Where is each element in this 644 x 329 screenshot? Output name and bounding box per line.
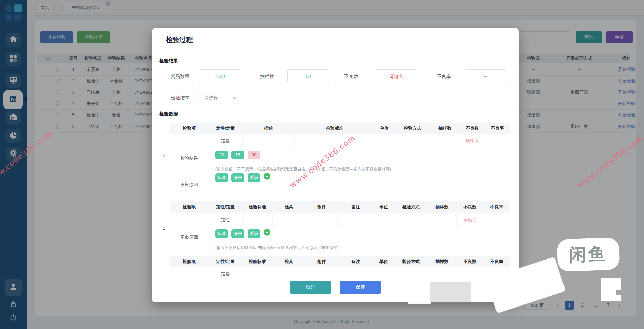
modal-column-header: 描述 xyxy=(242,125,294,131)
modal-column-header: 抽样数 xyxy=(428,204,456,210)
cell-divider xyxy=(485,134,485,148)
cancel-button[interactable]: 取消 xyxy=(290,281,331,294)
cell-divider xyxy=(460,134,460,148)
cell-divider xyxy=(456,213,457,227)
cell-divider xyxy=(242,213,243,227)
reason-chip[interactable]: 断裂 xyxy=(248,229,260,238)
modal-column-header: 不良率 xyxy=(484,258,510,265)
cell-divider xyxy=(394,134,394,148)
cell-divider xyxy=(394,213,394,227)
modal-column-header: 检验方式 xyxy=(394,204,428,210)
modal-column-header: 检具 xyxy=(272,258,306,265)
sample-label: 抽样数 xyxy=(252,69,274,83)
cell-divider xyxy=(272,213,273,227)
cell-divider xyxy=(428,213,428,227)
modal-column-header: 检验项 xyxy=(170,125,209,131)
table2-header-row: 检验项定性/定量检验标准检具附件备注单位检验方式抽样数不良数不良率 xyxy=(170,201,510,213)
modal-column-header: 抽样数 xyxy=(431,125,460,131)
defect-count-placeholder[interactable]: 请输入 xyxy=(460,134,485,148)
cell-divider xyxy=(337,213,338,227)
modal-column-header: 附件 xyxy=(306,258,337,265)
modal-column-header: 检验标准 xyxy=(294,125,375,131)
modal-column-header: 单位 xyxy=(374,258,394,265)
row-number: 1 xyxy=(160,154,168,159)
modal-column-header: 附件 xyxy=(306,204,337,210)
cell-divider xyxy=(431,134,431,148)
reason-chips: 掉漆漏光断裂+ xyxy=(215,173,270,182)
inspection-item-table-3: 检验项定性/定量检验标准检具附件备注单位检验方式抽样数不良数不良率 定量 xyxy=(170,256,510,276)
result-select-label: 检验结果 xyxy=(159,91,190,104)
rate-input[interactable] xyxy=(465,69,506,83)
modal-column-header: 单位 xyxy=(374,204,394,210)
modal-column-header: 不良率 xyxy=(484,204,510,210)
value-chip[interactable]: 30 xyxy=(248,151,260,159)
modal-column-header: 检验标准 xyxy=(242,258,272,265)
cell-divider xyxy=(484,213,484,227)
section-inspection-result: 检验结果 xyxy=(159,58,178,64)
cell-divider xyxy=(306,213,306,227)
add-reason-button[interactable]: + xyxy=(264,229,270,236)
reason-chips: 掉漆漏光断裂+ xyxy=(215,229,270,238)
inspection-process-modal: 检验过程 检验结果 货品数量 抽样数 不良数 不良率 检验结果 请选择 检验数据… xyxy=(152,28,519,302)
cell-divider xyxy=(209,213,209,227)
inspection-item-table-1: 检验项定性/定量描述检验标准单位检验方式抽样数不良数不良率 定量 请输入 1 检… xyxy=(170,123,510,198)
value-chips: 201530 xyxy=(215,151,264,159)
type-cell: 定量 xyxy=(209,134,242,148)
add-reason-button[interactable]: + xyxy=(264,173,270,180)
type-cell-partial: 定量 xyxy=(209,271,242,276)
inspection-item-table-2: 检验项定性/定量检验标准检具附件备注单位检验方式抽样数不良数不良率 定性 请输入… xyxy=(170,201,510,256)
modal-column-header: 检验方式 xyxy=(394,125,431,131)
gray-box-artifact xyxy=(430,282,471,302)
modal-column-header: 单位 xyxy=(375,125,394,131)
white-glyph-artifact xyxy=(601,278,621,301)
value-chip[interactable]: 20 xyxy=(215,151,228,159)
defect-count-placeholder[interactable]: 请输入 xyxy=(456,213,484,227)
modal-column-header: 定性/定量 xyxy=(209,125,242,131)
xianyu-logo-badge: 闲鱼 xyxy=(557,237,620,272)
modal-column-header: 抽样数 xyxy=(428,258,456,265)
modal-title: 检验过程 xyxy=(166,35,193,44)
defect-reason-label: 不良原因 xyxy=(170,182,209,188)
modal-column-header: 检验方式 xyxy=(394,258,428,265)
defect-input[interactable] xyxy=(376,69,417,83)
item-name-cell: 检验结果 xyxy=(170,155,209,161)
save-button[interactable]: 保存 xyxy=(340,281,381,294)
reason-chip[interactable]: 漏光 xyxy=(231,173,244,182)
modal-column-header: 检验项 xyxy=(170,258,209,265)
table1-header-row: 检验项定性/定量描述检验标准单位检验方式抽样数不良数不良率 xyxy=(170,123,510,134)
modal-column-header: 不良数 xyxy=(456,258,484,265)
sample-input[interactable] xyxy=(287,69,329,83)
xianyu-logo-text: 闲鱼 xyxy=(569,242,608,267)
qty-input[interactable] xyxy=(199,69,240,83)
qty-label: 货品数量 xyxy=(159,69,190,83)
modal-column-header: 检具 xyxy=(272,204,306,210)
cell-divider xyxy=(242,134,243,148)
cell-divider xyxy=(374,213,374,227)
value-chip[interactable]: 15 xyxy=(231,151,244,159)
modal-column-header: 备注 xyxy=(337,204,374,210)
cell-divider xyxy=(375,134,375,148)
reason-chip[interactable]: 漏光 xyxy=(231,229,244,238)
defect-reason-label: 不良原因 xyxy=(170,234,209,240)
modal-column-header: 检验标准 xyxy=(242,204,272,210)
row-number: 2 xyxy=(160,226,168,231)
section-inspection-data: 检验数据 xyxy=(159,111,178,117)
rate-label: 不良率 xyxy=(429,69,451,83)
modal-column-header: 定性/定量 xyxy=(209,204,242,210)
reason-chip[interactable]: 断裂 xyxy=(248,173,260,182)
modal-column-header: 检验项 xyxy=(170,204,209,210)
reason-entry-note: (输入的不良原因数量应与输入的不良数量相等，不良原因可重复添加) xyxy=(215,245,339,251)
chevron-down-icon xyxy=(233,97,237,99)
reason-chip[interactable]: 掉漆 xyxy=(215,173,228,182)
reason-chip[interactable]: 掉漆 xyxy=(215,229,228,238)
modal-column-header: 备注 xyxy=(337,258,374,265)
cell-divider xyxy=(294,134,295,148)
result-select-value: 请选择 xyxy=(204,91,218,104)
modal-column-header: 不良数 xyxy=(456,204,484,210)
cell-divider xyxy=(209,134,209,148)
defect-label: 不良数 xyxy=(336,69,358,83)
modal-column-header: 定性/定量 xyxy=(209,258,242,265)
modal-column-header: 不良数 xyxy=(460,125,485,131)
table3-header-row: 检验项定性/定量检验标准检具附件备注单位检验方式抽样数不良数不良率 xyxy=(170,256,510,267)
result-select[interactable]: 请选择 xyxy=(199,91,240,104)
